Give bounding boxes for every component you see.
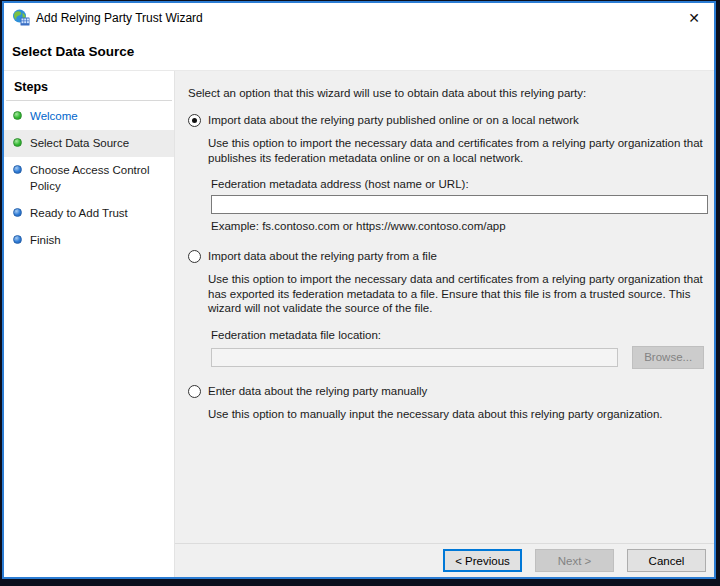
step-status-icon bbox=[13, 138, 22, 147]
step-status-icon bbox=[13, 111, 22, 120]
wizard-app-icon bbox=[12, 9, 30, 26]
radio-button-icon[interactable] bbox=[188, 114, 201, 127]
next-button[interactable]: Next > bbox=[535, 549, 614, 572]
instruction-text: Select an option that this wizard will u… bbox=[188, 87, 704, 99]
sidebar-item-finish[interactable]: Finish bbox=[4, 227, 174, 254]
sidebar-item-choose-access-control-policy[interactable]: Choose Access Control Policy bbox=[4, 157, 174, 199]
option-online-description: Use this option to import the necessary … bbox=[208, 136, 704, 165]
title-bar[interactable]: Add Relying Party Trust Wizard ✕ bbox=[4, 3, 714, 32]
step-status-icon bbox=[13, 208, 22, 217]
radio-button-icon[interactable] bbox=[188, 250, 201, 263]
sidebar-item-welcome[interactable]: Welcome bbox=[4, 103, 174, 130]
radio-enter-manually[interactable]: Enter data about the relying party manua… bbox=[188, 385, 704, 398]
page-header: Select Data Source bbox=[4, 32, 714, 71]
metadata-file-label: Federation metadata file location: bbox=[211, 329, 704, 341]
option-file-description: Use this option to import the necessary … bbox=[208, 272, 704, 316]
sidebar-item-ready-to-add-trust[interactable]: Ready to Add Trust bbox=[4, 200, 174, 227]
main-panel: Select an option that this wizard will u… bbox=[175, 71, 714, 577]
wizard-button-bar: < Previous Next > Cancel bbox=[175, 543, 714, 577]
close-icon[interactable]: ✕ bbox=[682, 7, 706, 29]
radio-import-online[interactable]: Import data about the relying party publ… bbox=[188, 114, 704, 127]
steps-sidebar: Steps Welcome Select Data Source Choose … bbox=[4, 71, 175, 577]
step-status-icon bbox=[13, 235, 22, 244]
metadata-address-label: Federation metadata address (host name o… bbox=[211, 178, 704, 190]
radio-import-file[interactable]: Import data about the relying party from… bbox=[188, 250, 704, 263]
federation-metadata-file-input[interactable] bbox=[211, 348, 618, 367]
cancel-button[interactable]: Cancel bbox=[627, 549, 706, 572]
browse-button[interactable]: Browse... bbox=[632, 346, 704, 369]
federation-metadata-address-input[interactable] bbox=[211, 195, 708, 214]
window-title: Add Relying Party Trust Wizard bbox=[36, 11, 203, 25]
previous-button[interactable]: < Previous bbox=[443, 549, 522, 572]
radio-button-icon[interactable] bbox=[188, 385, 201, 398]
metadata-address-example: Example: fs.contoso.com or https://www.c… bbox=[211, 220, 704, 232]
step-status-icon bbox=[13, 165, 22, 174]
sidebar-item-select-data-source[interactable]: Select Data Source bbox=[4, 130, 174, 157]
option-manual-description: Use this option to manually input the ne… bbox=[208, 407, 704, 422]
steps-heading: Steps bbox=[6, 71, 172, 101]
page-title: Select Data Source bbox=[12, 44, 714, 59]
wizard-window: Add Relying Party Trust Wizard ✕ Select … bbox=[2, 1, 716, 579]
